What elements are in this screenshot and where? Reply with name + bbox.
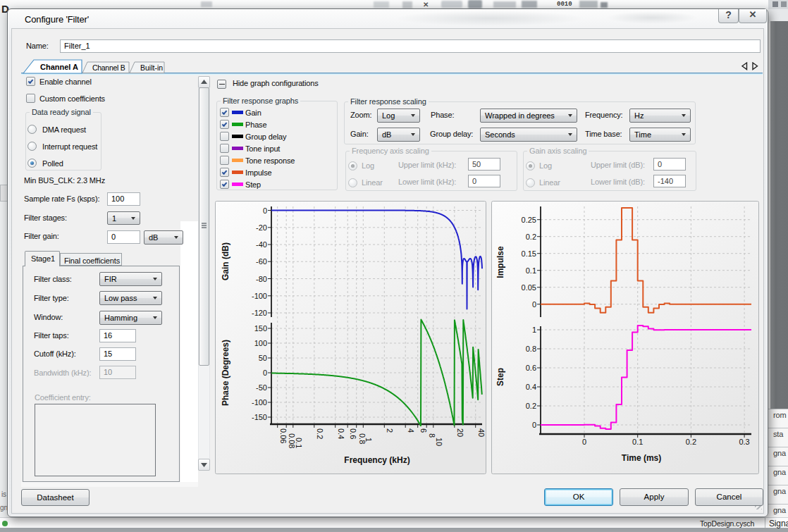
svg-text:Channel B: Channel B (92, 63, 125, 72)
svg-text:0.4: 0.4 (526, 383, 536, 391)
svg-text:1: 1 (532, 326, 536, 334)
svg-text:0.2: 0.2 (316, 428, 324, 439)
svg-text:Step: Step (495, 368, 505, 386)
svg-text:0: 0 (532, 421, 536, 429)
svg-text:50: 50 (259, 354, 267, 362)
svg-text:0.25: 0.25 (522, 216, 536, 224)
svg-text:-40: -40 (256, 240, 267, 249)
svg-text:0: 0 (582, 438, 586, 446)
svg-text:-120: -120 (252, 309, 267, 317)
svg-text:0.2: 0.2 (686, 438, 696, 446)
svg-text:0.05: 0.05 (522, 283, 536, 292)
svg-text:-50: -50 (256, 383, 267, 392)
svg-text:0.8: 0.8 (526, 345, 536, 353)
svg-text:Channel A: Channel A (40, 63, 78, 71)
svg-text:-100: -100 (252, 292, 267, 300)
svg-text:0: 0 (263, 369, 267, 377)
svg-text:20: 20 (456, 428, 464, 437)
svg-text:Gain (dB): Gain (dB) (221, 242, 230, 280)
svg-text:Frequency (kHz): Frequency (kHz) (344, 455, 410, 465)
svg-text:Impulse: Impulse (495, 246, 505, 278)
svg-text:0.6: 0.6 (349, 428, 357, 439)
svg-text:150: 150 (254, 324, 267, 333)
svg-text:1: 1 (364, 438, 373, 442)
svg-text:-100: -100 (252, 398, 267, 407)
svg-text:0.2: 0.2 (526, 233, 536, 241)
svg-text:0.06: 0.06 (279, 428, 288, 443)
svg-text:Built-in: Built-in (140, 63, 163, 72)
svg-text:4: 4 (407, 428, 415, 433)
svg-text:0: 0 (263, 206, 267, 215)
svg-text:Phase (Degrees): Phase (Degrees) (221, 340, 230, 406)
svg-text:0.4: 0.4 (337, 428, 345, 439)
svg-text:0.15: 0.15 (522, 249, 536, 258)
svg-text:0: 0 (532, 300, 536, 309)
svg-text:-60: -60 (256, 257, 267, 266)
svg-text:0.3: 0.3 (739, 438, 749, 446)
svg-text:0.1: 0.1 (526, 266, 536, 275)
svg-text:-20: -20 (256, 223, 267, 232)
svg-text:10: 10 (435, 438, 443, 446)
svg-text:0.2: 0.2 (526, 402, 536, 410)
svg-text:0.6: 0.6 (526, 364, 536, 372)
svg-text:Time (ms): Time (ms) (622, 453, 661, 463)
svg-text:6: 6 (419, 428, 428, 433)
svg-text:-80: -80 (256, 275, 267, 283)
svg-text:40: 40 (477, 428, 486, 437)
svg-text:2: 2 (386, 428, 394, 433)
svg-text:-150: -150 (252, 413, 267, 421)
svg-text:0.1: 0.1 (632, 438, 643, 446)
svg-text:0.1: 0.1 (295, 438, 303, 448)
svg-text:100: 100 (254, 339, 267, 347)
